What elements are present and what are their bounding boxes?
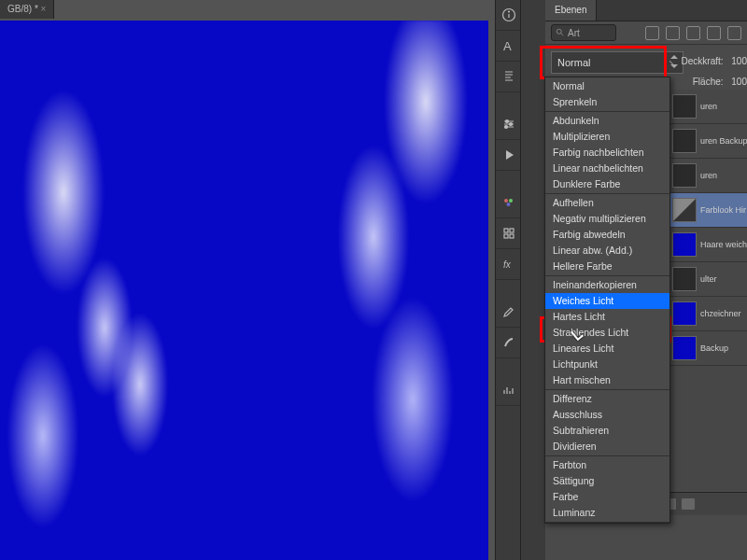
svg-point-16 xyxy=(557,29,561,34)
blend-option[interactable]: Hartes Licht xyxy=(545,309,669,325)
blend-option[interactable]: Dividieren xyxy=(545,439,669,455)
layer-row[interactable]: Haare weich xyxy=(669,228,747,262)
blend-mode-dropdown[interactable]: NormalSprenkelnAbdunkelnMultiplizierenFa… xyxy=(544,77,670,524)
svg-rect-13 xyxy=(504,234,508,238)
blend-option[interactable]: Weiches Licht xyxy=(545,293,669,309)
document-tab-label: GB/8) * xyxy=(7,4,38,14)
tab-layers[interactable]: Ebenen xyxy=(545,0,597,21)
svg-text:fx: fx xyxy=(503,259,512,270)
layer-thumbnail xyxy=(672,163,697,188)
layer-name: uren xyxy=(700,171,717,180)
blend-mode-value: Normal xyxy=(557,57,590,68)
blend-option[interactable]: Strahlendes Licht xyxy=(545,325,669,341)
layer-row[interactable]: chzeichner xyxy=(669,297,747,331)
layer-filter-select[interactable]: Art xyxy=(551,24,616,41)
svg-rect-14 xyxy=(510,234,514,238)
svg-rect-12 xyxy=(510,229,514,232)
fx-icon[interactable]: fx xyxy=(496,249,521,280)
layer-row[interactable]: uren Backup xyxy=(669,124,747,159)
layer-name: uren Backup xyxy=(700,136,747,146)
collapsed-panel-strip-2 xyxy=(520,0,547,560)
layer-thumbnail xyxy=(672,267,697,291)
layer-row[interactable]: ulter xyxy=(669,262,747,297)
blend-mode-select[interactable]: Normal xyxy=(551,51,684,74)
fill-value[interactable]: 100 xyxy=(731,77,747,87)
blend-option[interactable]: Luminanz xyxy=(545,505,669,521)
layer-name: ulter xyxy=(700,274,717,284)
histogram-icon[interactable] xyxy=(496,375,521,406)
brush-icon[interactable] xyxy=(496,297,521,328)
filter-smart-icon[interactable] xyxy=(727,26,741,40)
canvas[interactable] xyxy=(0,21,488,560)
svg-point-10 xyxy=(506,203,510,206)
blend-option[interactable]: Subtrahieren xyxy=(545,423,669,439)
blend-option[interactable]: Hart mischen xyxy=(545,372,669,388)
svg-point-4 xyxy=(505,120,508,123)
play-icon[interactable] xyxy=(496,140,521,171)
blend-option[interactable]: Normal xyxy=(545,78,669,94)
svg-point-6 xyxy=(504,126,507,129)
cursor-icon xyxy=(573,329,585,343)
blend-option[interactable]: Ausschluss xyxy=(545,407,669,423)
opacity-label: Deckkraft: xyxy=(682,56,724,66)
blend-option[interactable]: Dunklere Farbe xyxy=(545,176,669,192)
character-icon[interactable]: A xyxy=(496,31,521,62)
document-tab[interactable]: GB/8) * × xyxy=(0,0,54,19)
svg-point-2 xyxy=(508,11,509,12)
blend-option[interactable]: Differenz xyxy=(545,391,669,407)
layer-thumbnail xyxy=(672,336,697,360)
layer-row[interactable]: Backup xyxy=(669,331,747,366)
adjustments-icon[interactable] xyxy=(496,109,521,140)
blend-option[interactable]: Hellere Farbe xyxy=(545,259,669,274)
folder-icon[interactable] xyxy=(682,498,695,510)
swatches-icon[interactable] xyxy=(496,188,521,218)
filter-pixel-icon[interactable] xyxy=(645,26,659,40)
paragraph-icon[interactable] xyxy=(496,62,521,92)
blend-option[interactable]: Lineares Licht xyxy=(545,341,669,357)
fill-label: Fläche: xyxy=(693,77,724,87)
blend-option[interactable]: Farbton xyxy=(545,457,669,473)
layer-name: chzeichner xyxy=(700,309,741,318)
svg-point-8 xyxy=(504,199,508,203)
blend-option[interactable]: Sprenkeln xyxy=(545,94,669,110)
blend-option[interactable]: Sättigung xyxy=(545,473,669,489)
blend-option[interactable]: Abdunkeln xyxy=(545,113,669,129)
svg-point-5 xyxy=(509,123,512,126)
search-icon xyxy=(556,28,565,37)
layer-list[interactable]: urenuren BackupurenFarblook HirHaare wei… xyxy=(669,90,747,491)
opacity-value[interactable]: 100 xyxy=(731,56,747,66)
layer-name: uren xyxy=(700,102,717,111)
layer-filter-label: Art xyxy=(568,28,580,38)
styles-icon[interactable] xyxy=(496,218,521,249)
layer-name: Haare weich xyxy=(700,240,747,249)
blend-option[interactable]: Linear abw. (Add.) xyxy=(545,243,669,259)
layer-name: Backup xyxy=(700,343,728,353)
filter-type-icon[interactable] xyxy=(686,26,700,40)
layer-thumbnail xyxy=(672,232,697,257)
svg-rect-11 xyxy=(504,229,508,232)
blend-option[interactable]: Farbe xyxy=(545,489,669,505)
svg-point-9 xyxy=(509,199,513,203)
blend-option[interactable]: Farbig nachbelichten xyxy=(545,145,669,161)
layer-filter-icons xyxy=(645,26,741,40)
layer-row[interactable]: Farblook Hir xyxy=(669,193,747,228)
layer-row[interactable]: uren xyxy=(669,90,747,124)
layer-thumbnail xyxy=(672,301,697,326)
layer-thumbnail xyxy=(672,129,697,153)
filter-adjust-icon[interactable] xyxy=(666,26,680,40)
blend-option[interactable]: Linear nachbelichten xyxy=(545,161,669,176)
blend-option[interactable]: Ineinanderkopieren xyxy=(545,277,669,293)
blend-option[interactable]: Aufhellen xyxy=(545,195,669,211)
blend-option[interactable]: Lichtpunkt xyxy=(545,357,669,372)
layer-row[interactable]: uren xyxy=(669,159,747,193)
brush-preset-icon[interactable] xyxy=(496,328,521,358)
filter-shape-icon[interactable] xyxy=(707,26,721,40)
blend-option[interactable]: Negativ multiplizieren xyxy=(545,211,669,227)
info-icon[interactable] xyxy=(496,0,521,31)
blend-option[interactable]: Multiplizieren xyxy=(545,129,669,145)
svg-line-17 xyxy=(561,34,564,36)
layer-bottom-bar xyxy=(657,492,747,515)
svg-text:A: A xyxy=(503,39,512,53)
blend-option[interactable]: Farbig abwedeln xyxy=(545,227,669,243)
collapsed-panel-strip: A fx xyxy=(495,0,522,560)
